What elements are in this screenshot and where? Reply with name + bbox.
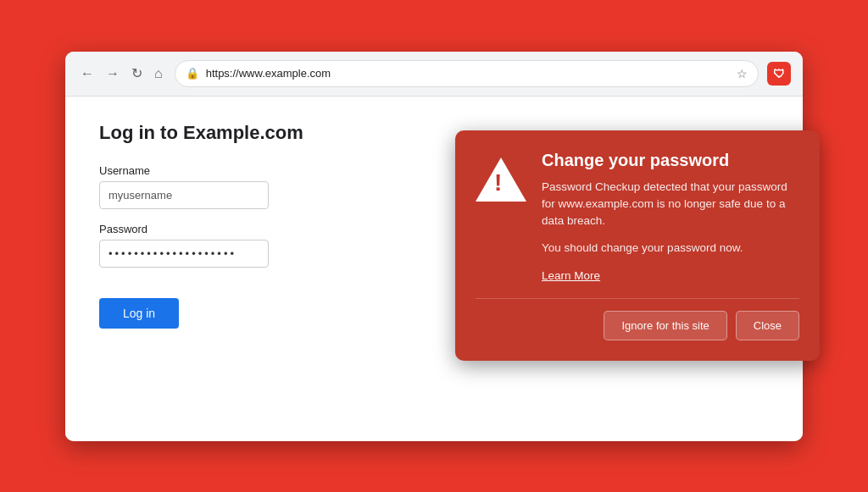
warning-popup: Change your password Password Checkup de… [455,130,820,361]
login-section: Log in to Example.com Username Password … [99,122,337,329]
back-button[interactable]: ← [77,65,97,82]
page-title: Log in to Example.com [99,122,337,144]
username-input[interactable] [99,181,269,209]
close-button[interactable]: Close [736,311,799,340]
learn-more-link[interactable]: Learn More [542,269,600,282]
popup-body: Password Checkup detected that your pass… [542,179,799,230]
address-bar[interactable]: 🔒 https://www.example.com ☆ [175,60,759,87]
password-label: Password [99,223,337,235]
ignore-button[interactable]: Ignore for this site [604,311,726,340]
popup-text-area: Change your password Password Checkup de… [542,151,799,283]
warning-triangle-icon [476,158,526,202]
popup-header: Change your password Password Checkup de… [476,151,799,283]
nav-buttons: ← → ↻ ⌂ [77,65,166,82]
lock-icon: 🔒 [186,67,199,80]
bookmark-icon[interactable]: ☆ [737,67,748,80]
reload-button[interactable]: ↻ [128,65,146,82]
browser-content: Log in to Example.com Username Password … [65,97,803,441]
browser-toolbar: ← → ↻ ⌂ 🔒 https://www.example.com ☆ 🛡 [65,52,803,97]
popup-suggestion: You should change your password now. [542,240,799,257]
url-text: https://www.example.com [206,67,730,80]
forward-button[interactable]: → [103,65,123,82]
warning-icon-container [476,154,526,205]
password-group: Password [99,223,337,268]
username-group: Username [99,164,337,209]
browser-window: ← → ↻ ⌂ 🔒 https://www.example.com ☆ 🛡 Lo… [65,52,803,441]
username-label: Username [99,164,337,177]
password-input[interactable] [99,240,269,268]
extension-label: 🛡 [773,67,785,80]
popup-title: Change your password [542,151,799,170]
login-button[interactable]: Log in [99,298,179,329]
popup-actions: Ignore for this site Close [476,298,799,340]
home-button[interactable]: ⌂ [151,65,166,82]
extension-icon[interactable]: 🛡 [767,62,791,86]
